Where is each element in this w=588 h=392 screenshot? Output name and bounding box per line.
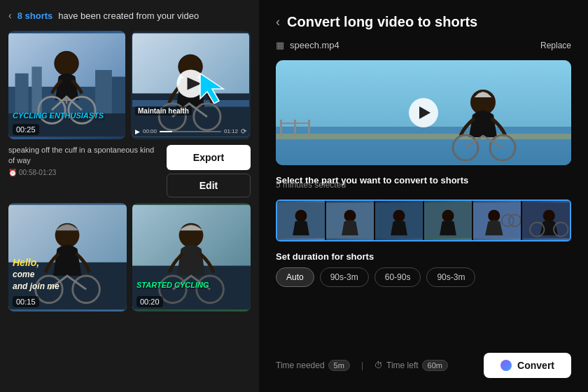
time-left-label: Time left: [386, 360, 419, 370]
export-edit-area: speaking off the cuff in a spontaneous k…: [8, 145, 251, 197]
top-header: ‹ 8 shorts have been created from your v…: [8, 10, 251, 21]
short-card-cycling[interactable]: CYCLING ENTHUSIASTS 00:25: [8, 31, 125, 139]
started-label: STARTED CYCLING: [136, 281, 209, 289]
film-frame-5: [473, 201, 521, 240]
duration-section: Set duration for shorts Auto 90s-3m 60-9…: [276, 251, 571, 287]
filmstrip[interactable]: [276, 200, 571, 241]
short-card-started[interactable]: STARTED CYCLING 00:20: [132, 203, 251, 312]
bottom-bar: Time needed 5m | ⏱ Time left 60m Convert: [276, 353, 571, 378]
duration-title: Set duration for shorts: [276, 251, 571, 262]
video-controls-bar: ▶ 00:00 01:12 ⟳: [135, 127, 246, 135]
grid-row-bottom: Hello, come and join me 00:15: [8, 203, 251, 312]
right-panel-title: Convert long video to shorts: [287, 14, 477, 30]
maintain-label: Maintain health: [135, 106, 192, 115]
export-button[interactable]: Export: [167, 145, 251, 170]
caption-timestamp: 00:58-01:23: [19, 169, 56, 176]
dur-btn-90s3m-2[interactable]: 90s-3m: [426, 267, 475, 287]
svg-rect-31: [276, 134, 571, 139]
video-preview-bg: [276, 60, 571, 165]
svg-rect-32: [280, 120, 282, 137]
time-left-item: ⏱ Time left 60m: [374, 360, 448, 371]
film-frame-4: [424, 201, 472, 240]
replace-button[interactable]: Replace: [540, 41, 571, 50]
svg-rect-34: [308, 120, 310, 137]
short-card-active[interactable]: Maintain health ▶ 00:00: [131, 31, 251, 139]
caption-time-row: ⏰ 00:58-01:23: [8, 169, 161, 176]
time-needed-item: Time needed 5m: [276, 360, 350, 371]
film-frame-2: [326, 201, 374, 240]
cursor-arrow-icon: [197, 72, 228, 106]
svg-marker-18: [200, 74, 223, 104]
select-section: Select the part you want to convert to s…: [276, 175, 571, 190]
caption-area: speaking off the cuff in a spontaneous k…: [8, 145, 161, 176]
preview-play-button[interactable]: [409, 98, 438, 127]
shorts-grid: CYCLING ENTHUSIASTS 00:25: [8, 31, 251, 382]
short-card-hello[interactable]: Hello, come and join me 00:15: [8, 203, 127, 312]
hello-label: Hello, come and join me: [13, 257, 59, 292]
svg-rect-30: [276, 127, 571, 165]
left-panel: ‹ 8 shorts have been created from your v…: [0, 0, 259, 392]
time-left-value: 60m: [422, 360, 448, 371]
duration-buttons: Auto 90s-3m 60-90s 90s-3m: [276, 267, 571, 287]
convert-label: Convert: [517, 360, 554, 371]
dur-btn-60-90s[interactable]: 60-90s: [374, 267, 421, 287]
file-name-label: speech.mp4: [290, 40, 340, 50]
time-left-icon: ⏱: [374, 360, 383, 370]
shorts-count: 8 shorts: [18, 10, 53, 21]
convert-icon: [500, 360, 512, 371]
time-needed-value: 5m: [328, 360, 350, 371]
svg-point-7: [55, 51, 78, 75]
film-frame-3: [375, 201, 423, 240]
pipe-divider: |: [361, 360, 363, 370]
right-panel: ‹ Convert long video to shorts ▦ speech.…: [259, 0, 588, 392]
edit-button[interactable]: Edit: [167, 174, 251, 197]
started-person-svg: [132, 203, 251, 312]
video-preview[interactable]: [276, 60, 571, 165]
time-needed-label: Time needed: [276, 360, 325, 370]
hello-timestamp: 00:15: [13, 296, 39, 307]
right-back-icon[interactable]: ‹: [276, 15, 280, 29]
svg-rect-33: [294, 120, 296, 137]
caption-text: speaking off the cuff in a spontaneous k…: [8, 145, 161, 167]
file-info-row: ▦ speech.mp4 Replace: [276, 40, 571, 50]
right-panel-header: ‹ Convert long video to shorts: [276, 14, 571, 30]
dur-btn-90s3m[interactable]: 90s-3m: [320, 267, 369, 287]
time-info: Time needed 5m | ⏱ Time left 60m: [276, 360, 448, 371]
cycling-timestamp: 00:25: [13, 124, 39, 135]
film-frame-1: [277, 201, 325, 240]
file-info: ▦ speech.mp4: [276, 40, 340, 50]
dur-btn-auto[interactable]: Auto: [276, 267, 314, 287]
file-grid-icon: ▦: [276, 40, 284, 50]
film-frame-6: [522, 201, 570, 240]
back-arrow-icon[interactable]: ‹: [8, 10, 12, 21]
grid-row-top: CYCLING ENTHUSIASTS 00:25: [8, 31, 251, 139]
action-buttons: Export Edit: [167, 145, 251, 197]
started-timestamp: 00:20: [136, 296, 163, 307]
cycling-person-svg: [8, 31, 125, 139]
cycling-label: CYCLING ENTHUSIASTS: [13, 111, 104, 120]
convert-button[interactable]: Convert: [484, 353, 571, 378]
header-description: have been created from your video: [58, 10, 199, 21]
